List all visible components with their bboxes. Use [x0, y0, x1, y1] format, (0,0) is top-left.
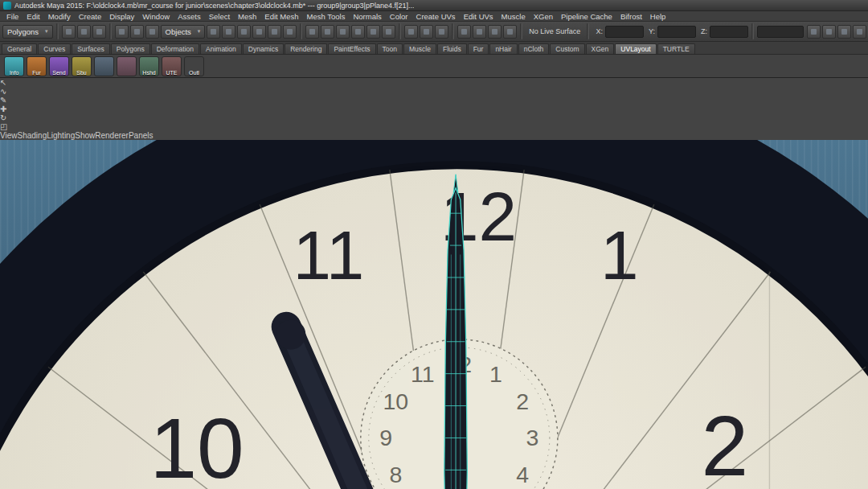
viewport-menu-item[interactable]: Renderer	[95, 131, 129, 140]
shelf-tab-bar: GeneralCurvesSurfacesPolygonsDeformation…	[0, 42, 868, 55]
save-scene-icon[interactable]	[92, 25, 106, 39]
scale-tool-icon[interactable]: ◰	[0, 122, 868, 131]
menu-item[interactable]: Normals	[349, 12, 385, 21]
shelf-tab[interactable]: XGen	[586, 43, 615, 54]
shelf-item[interactable]: Outl	[184, 56, 204, 76]
show-modeling-toolkit-icon[interactable]	[807, 25, 821, 39]
menu-item[interactable]: File	[2, 12, 23, 21]
menu-item[interactable]: Mesh Tools	[303, 12, 350, 21]
menu-set-dropdown[interactable]: Polygons ▾	[2, 25, 53, 39]
mask-curves-icon[interactable]	[222, 25, 235, 39]
move-tool-icon[interactable]: ✚	[0, 105, 868, 113]
mask-rendering-icon[interactable]	[283, 25, 297, 39]
shelf-item-label: UTE	[166, 70, 178, 76]
selection-mask-dropdown[interactable]: Objects ▾	[161, 25, 206, 39]
sidebar-attribute-editor-icon[interactable]	[822, 25, 836, 39]
new-scene-icon[interactable]	[62, 25, 76, 39]
shelf-item[interactable]: Send	[49, 56, 69, 76]
snap-projected-center-icon[interactable]	[351, 25, 365, 39]
snap-point-icon[interactable]	[336, 25, 350, 39]
shelf-item[interactable]: Info	[4, 56, 24, 76]
y-coordinate-field[interactable]	[657, 26, 696, 38]
paint-select-tool-icon[interactable]: ✎	[0, 96, 868, 105]
shelf-tab[interactable]: PaintEffects	[328, 43, 375, 54]
shelf-tab[interactable]: Fluids	[437, 43, 467, 54]
construction-history-icon[interactable]	[435, 25, 448, 39]
select-component-icon[interactable]	[145, 25, 159, 39]
viewport-menu-item[interactable]: Panels	[129, 131, 154, 140]
shelf-tab[interactable]: Custom	[550, 43, 584, 54]
select-by-name-field[interactable]	[757, 26, 804, 38]
render-settings-icon[interactable]	[503, 25, 517, 39]
make-live-icon[interactable]	[382, 25, 395, 39]
shelf-item[interactable]: UTE	[162, 56, 182, 76]
render-current-frame-icon[interactable]	[473, 25, 486, 39]
menu-item[interactable]: Color	[386, 12, 412, 21]
mask-dynamics-icon[interactable]	[268, 25, 281, 39]
shelf-tab[interactable]: Rendering	[285, 43, 327, 54]
shelf-tab[interactable]: Deformation	[151, 43, 199, 54]
shelf-tab[interactable]: nCloth	[518, 43, 550, 54]
input-connections-icon[interactable]	[404, 25, 418, 39]
menu-item[interactable]: Display	[105, 12, 138, 21]
snap-grid-icon[interactable]	[305, 25, 319, 39]
menu-item[interactable]: Select	[205, 12, 234, 21]
sidebar-channel-box-icon[interactable]	[853, 25, 866, 39]
select-hierarchy-icon[interactable]	[115, 25, 129, 39]
menu-item[interactable]: Bifrost	[616, 12, 646, 21]
shelf-tab[interactable]: Curves	[38, 43, 71, 54]
shelf-tab[interactable]: Animation	[200, 43, 242, 54]
z-coordinate-field[interactable]	[710, 26, 748, 38]
snap-view-plane-icon[interactable]	[366, 25, 380, 39]
shelf-item[interactable]: Fur	[27, 56, 47, 76]
menu-item[interactable]: XGen	[530, 12, 557, 21]
menu-item[interactable]: Edit UVs	[460, 12, 497, 21]
viewport-menu-item[interactable]: Lighting	[47, 131, 75, 140]
shelf-tab[interactable]: Dynamics	[243, 43, 284, 54]
menu-item[interactable]: Create	[75, 12, 106, 21]
shelf-tab[interactable]: Surfaces	[72, 43, 110, 54]
menu-item[interactable]: Edit Mesh	[260, 12, 302, 21]
shelf-tab[interactable]: General	[2, 43, 37, 54]
shelf-item[interactable]: Sbu	[72, 56, 92, 76]
viewport-menu-item[interactable]: Shading	[18, 131, 47, 140]
viewport-scene[interactable]: 123456789101112121234567891011 Verts: 13…	[0, 140, 868, 489]
menu-item[interactable]: Help	[646, 12, 670, 21]
snap-curve-icon[interactable]	[321, 25, 334, 39]
menu-item[interactable]: Assets	[174, 12, 205, 21]
viewport-menu-item[interactable]: Show	[75, 131, 95, 140]
shelf-item[interactable]	[94, 56, 114, 76]
shelf-tab[interactable]: TURTLE	[657, 43, 695, 54]
menu-item[interactable]: Mesh	[234, 12, 260, 21]
x-coordinate-field[interactable]	[605, 26, 644, 38]
output-connections-icon[interactable]	[420, 25, 433, 39]
menu-item[interactable]: Window	[138, 12, 174, 21]
menu-item[interactable]: Muscle	[497, 12, 530, 21]
sidebar-tool-settings-icon[interactable]	[837, 25, 851, 39]
lasso-tool-icon[interactable]: ∿	[0, 87, 868, 96]
shelf-tab[interactable]: Toon	[377, 43, 403, 54]
mask-points-icon[interactable]	[207, 25, 220, 39]
shelf-tab[interactable]: nHair	[489, 43, 517, 54]
select-object-icon[interactable]	[130, 25, 144, 39]
menu-item[interactable]: Modify	[44, 12, 75, 21]
shelf-tab[interactable]: Polygons	[111, 43, 150, 54]
ipr-render-icon[interactable]	[488, 25, 502, 39]
shelf-tab[interactable]: Fur	[468, 43, 489, 54]
menu-item[interactable]: Edit	[23, 12, 43, 21]
menu-item[interactable]: Pipeline Cache	[557, 12, 616, 21]
mask-deformations-icon[interactable]	[252, 25, 266, 39]
shelf-item[interactable]	[117, 56, 137, 76]
open-render-view-icon[interactable]	[457, 25, 471, 39]
svg-text:2: 2	[516, 388, 529, 414]
select-tool-icon[interactable]: ↖	[0, 78, 868, 87]
shelf-item[interactable]: Hshd	[139, 56, 159, 76]
shelf-tab[interactable]: UVLayout	[615, 43, 656, 54]
open-scene-icon[interactable]	[77, 25, 91, 39]
viewport-menu-item[interactable]: View	[0, 131, 18, 140]
svg-text:11: 11	[293, 217, 365, 294]
menu-item[interactable]: Create UVs	[412, 12, 460, 21]
rotate-tool-icon[interactable]: ↻	[0, 113, 868, 122]
shelf-tab[interactable]: Muscle	[403, 43, 436, 54]
mask-surfaces-icon[interactable]	[237, 25, 251, 39]
